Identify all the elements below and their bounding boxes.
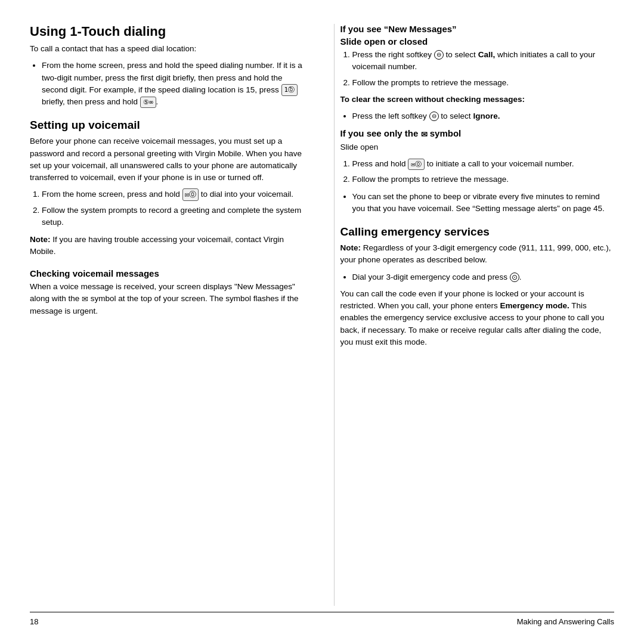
section-emergency: Calling emergency services Note: Regardl…	[340, 225, 615, 348]
section-checking-voicemail: Checking voicemail messages When a voice…	[30, 268, 304, 317]
touch-dialing-title: Using 1-Touch dialing	[30, 24, 304, 39]
bullet1b-text: to select	[441, 112, 470, 120]
ignore-bold: Ignore.	[473, 112, 500, 120]
content-area: Using 1-Touch dialing To call a contact …	[30, 24, 614, 606]
step1a-text: Press the right softkey	[352, 50, 432, 59]
send-key-icon: ⊙	[510, 273, 519, 282]
envelope-symbol-title: If you see only the ✉ symbol	[340, 128, 615, 139]
slide-steps: Press the right softkey ⊖ to select Call…	[352, 49, 615, 89]
footer: 18 Making and Answering Calls	[30, 612, 614, 626]
left-softkey-icon: ⊖	[429, 112, 439, 121]
voicemail-key-icon: ✉⓪	[182, 188, 199, 201]
key-5-icon: ⑤∞	[140, 97, 156, 108]
voicemail-note-content: If you are having trouble accessing your…	[30, 235, 284, 256]
voicemail-hold-key: ✉⓪	[408, 159, 425, 170]
touch-dialing-list: From the home screen, press and hold the…	[42, 60, 304, 108]
section-new-messages: If you see “New Messages” Slide open or …	[340, 24, 615, 215]
voicemail-note: Note: If you are having trouble accessin…	[30, 234, 304, 258]
emergency-bullets: Dial your 3-digit emergency code and pre…	[352, 271, 615, 283]
voicemail-setup-intro: Before your phone can receive voicemail …	[30, 135, 304, 184]
bullet1-text: From the home screen, press and hold the…	[42, 61, 302, 94]
title-b-text: symbol	[430, 128, 462, 138]
emergency-bullet1: Dial your 3-digit emergency code and pre…	[352, 271, 615, 283]
step1-text: From the home screen, press and hold	[42, 190, 180, 199]
emergency-note-text: Regardless of your 3-digit emergency cod…	[340, 243, 611, 264]
env-step1b: to initiate a call to your voicemail num…	[427, 159, 574, 168]
right-column: If you see “New Messages” Slide open or …	[334, 24, 615, 606]
call-bold: Call,	[478, 50, 496, 59]
emergency-note-label: Note:	[340, 243, 361, 252]
voicemail-step1: From the home screen, press and hold ✉⓪ …	[42, 188, 304, 201]
env-step1a: Press and hold	[352, 159, 406, 168]
voicemail-step2: Follow the system prompts to record a gr…	[42, 205, 304, 229]
voicemail-setup-title: Setting up voicemail	[30, 119, 304, 132]
subsection-envelope-symbol: If you see only the ✉ symbol Slide open …	[340, 128, 615, 215]
touch-dialing-bullet1: From the home screen, press and hold the…	[42, 60, 304, 108]
voicemail-setup-steps: From the home screen, press and hold ✉⓪ …	[42, 188, 304, 228]
bullet1b-text: briefly, then press and hold	[42, 97, 138, 106]
touch-dialing-intro: To call a contact that has a speed dial …	[30, 43, 304, 55]
section-voicemail-setup: Setting up voicemail Before your phone c…	[30, 119, 304, 258]
voicemail-note-label: Note:	[30, 235, 51, 244]
emergency-note: Note: Regardless of your 3-digit emergen…	[340, 242, 615, 267]
envelope-bullets: You can set the phone to beep or vibrate…	[352, 191, 615, 215]
title-a-text: If you see only the	[340, 128, 419, 138]
emergency-mode-label: Emergency mode.	[500, 301, 569, 310]
ignore-bullet-list: Press the left softkey ⊖ to select Ignor…	[352, 110, 615, 122]
page: Using 1-Touch dialing To call a contact …	[0, 0, 644, 644]
ignore-bullet: Press the left softkey ⊖ to select Ignor…	[352, 110, 615, 122]
left-column: Using 1-Touch dialing To call a contact …	[30, 24, 310, 606]
bullet1a-text: Press the left softkey	[352, 112, 427, 120]
emergency-b1a: Dial your 3-digit emergency code and pre…	[352, 273, 507, 281]
new-messages-title: If you see “New Messages”	[340, 24, 615, 34]
subsection-slide-open-closed: Slide open or closed Press the right sof…	[340, 36, 615, 122]
checking-voicemail-intro: When a voice message is received, your s…	[30, 281, 304, 317]
slide-step2: Follow the prompts to retrieve the messa…	[352, 77, 615, 89]
emergency-title: Calling emergency services	[340, 225, 615, 239]
clear-screen-note: To clear the screen without checking mes…	[340, 94, 615, 106]
step1b-text: to dial into your voicemail.	[201, 190, 293, 199]
envelope-bullet1: You can set the phone to beep or vibrate…	[352, 191, 615, 215]
slide-open-closed-title: Slide open or closed	[340, 36, 615, 47]
key-1-icon: 1̄⓪	[281, 84, 298, 95]
envelope-symbol-icon: ✉	[421, 130, 428, 139]
envelope-icon: ✉	[82, 293, 88, 305]
slide-step1: Press the right softkey ⊖ to select Call…	[352, 49, 615, 73]
footer-section-title: Making and Answering Calls	[517, 617, 614, 626]
envelope-steps: Press and hold ✉⓪ to initiate a call to …	[352, 158, 615, 186]
envelope-step1: Press and hold ✉⓪ to initiate a call to …	[352, 158, 615, 170]
emergency-para1: You can call the code even if your phone…	[340, 288, 615, 348]
checking-voicemail-title: Checking voicemail messages	[30, 268, 304, 278]
step1b-text: to select	[446, 50, 476, 59]
clear-screen-label: To clear the screen without checking mes…	[340, 95, 525, 104]
slide-open-text: Slide open	[340, 141, 615, 153]
footer-page-number: 18	[30, 617, 38, 626]
envelope-step2: Follow the prompts to retrieve the messa…	[352, 174, 615, 185]
right-softkey-icon: ⊖	[434, 50, 444, 60]
section-touch-dialing: Using 1-Touch dialing To call a contact …	[30, 24, 304, 108]
